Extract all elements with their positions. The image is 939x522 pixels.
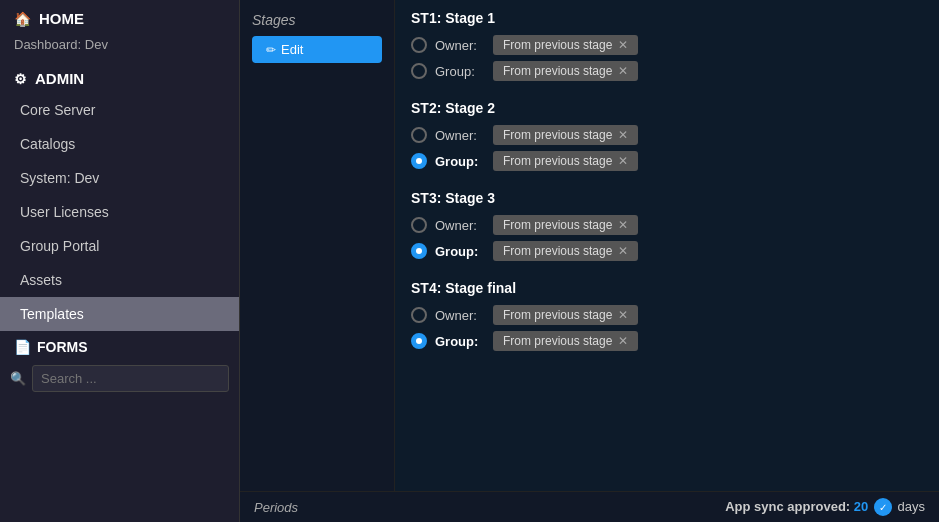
stage-3-group-label: Group: [435,244,485,259]
stage-3-owner-label: Owner: [435,218,485,233]
stage-1-owner-row: Owner: From previous stage ✕ [411,32,923,58]
sidebar-item-catalogs[interactable]: Catalogs [0,127,239,161]
stage-1-group-row: Group: From previous stage ✕ [411,58,923,84]
main-content: Stages ✏ Edit ST1: Stage 1 Owner: From p… [240,0,939,522]
stage-2-group-radio[interactable] [411,153,427,169]
bottom-bar: Periods App sync approved: 20 ✓ days [240,491,939,522]
stage-block-1: ST1: Stage 1 Owner: From previous stage … [411,10,923,84]
stage-2-group-tag: From previous stage ✕ [493,151,638,171]
stage-4-owner-row: Owner: From previous stage ✕ [411,302,923,328]
stage-2-owner-radio[interactable] [411,127,427,143]
stage-1-group-radio[interactable] [411,63,427,79]
stage-block-3: ST3: Stage 3 Owner: From previous stage … [411,190,923,264]
admin-section-header: ⚙ ADMIN [0,60,239,93]
stage-1-owner-tag: From previous stage ✕ [493,35,638,55]
sidebar-item-group-portal[interactable]: Group Portal [0,229,239,263]
stage-2-owner-tag: From previous stage ✕ [493,125,638,145]
stage-2-title: ST2: Stage 2 [411,100,923,116]
stage-1-title: ST1: Stage 1 [411,10,923,26]
stage-4-owner-tag: From previous stage ✕ [493,305,638,325]
stage-3-owner-close[interactable]: ✕ [618,218,628,232]
doc-icon: 📄 [14,339,31,355]
stage-3-title: ST3: Stage 3 [411,190,923,206]
sidebar-item-templates[interactable]: Templates [0,297,239,331]
app-sync-text: App sync approved: 20 ✓ days [725,498,925,516]
stage-block-2: ST2: Stage 2 Owner: From previous stage … [411,100,923,174]
stage-2-group-close[interactable]: ✕ [618,154,628,168]
stage-4-group-row: Group: From previous stage ✕ [411,328,923,354]
dashboard-label: Dashboard: Dev [0,33,239,60]
periods-label: Periods [254,500,298,515]
stage-2-owner-label: Owner: [435,128,485,143]
stage-4-title: ST4: Stage final [411,280,923,296]
stage-3-owner-tag: From previous stage ✕ [493,215,638,235]
edit-button[interactable]: ✏ Edit [252,36,382,63]
stage-3-owner-row: Owner: From previous stage ✕ [411,212,923,238]
stage-2-owner-row: Owner: From previous stage ✕ [411,122,923,148]
forms-section-header: 📄 FORMS [0,331,239,359]
stages-detail: ST1: Stage 1 Owner: From previous stage … [395,0,939,491]
stage-2-group-row: Group: From previous stage ✕ [411,148,923,174]
stage-1-group-close[interactable]: ✕ [618,64,628,78]
stage-4-group-tag: From previous stage ✕ [493,331,638,351]
stage-4-owner-radio[interactable] [411,307,427,323]
home-section-header: 🏠 HOME [0,0,239,33]
stage-1-owner-close[interactable]: ✕ [618,38,628,52]
stage-3-owner-radio[interactable] [411,217,427,233]
pencil-icon: ✏ [266,43,276,57]
stage-2-group-label: Group: [435,154,485,169]
stages-label: Stages [240,8,394,34]
sidebar-item-user-licenses[interactable]: User Licenses [0,195,239,229]
search-input[interactable] [32,365,229,392]
stage-3-group-row: Group: From previous stage ✕ [411,238,923,264]
stage-1-group-tag: From previous stage ✕ [493,61,638,81]
sidebar-item-assets[interactable]: Assets [0,263,239,297]
stage-1-owner-label: Owner: [435,38,485,53]
stage-4-group-radio[interactable] [411,333,427,349]
gear-icon: ⚙ [14,71,27,87]
stage-4-group-label: Group: [435,334,485,349]
stage-3-group-radio[interactable] [411,243,427,259]
stage-3-group-close[interactable]: ✕ [618,244,628,258]
sidebar: 🏠 HOME Dashboard: Dev ⚙ ADMIN Core Serve… [0,0,240,522]
home-icon: 🏠 [14,11,31,27]
search-icon: 🔍 [10,371,26,386]
stages-panel: Stages ✏ Edit [240,0,395,491]
sidebar-item-system-dev[interactable]: System: Dev [0,161,239,195]
stage-4-owner-label: Owner: [435,308,485,323]
content-body: Stages ✏ Edit ST1: Stage 1 Owner: From p… [240,0,939,491]
stage-3-group-tag: From previous stage ✕ [493,241,638,261]
stage-2-owner-close[interactable]: ✕ [618,128,628,142]
stage-1-group-label: Group: [435,64,485,79]
stage-4-owner-close[interactable]: ✕ [618,308,628,322]
sidebar-item-core-server[interactable]: Core Server [0,93,239,127]
stage-block-4: ST4: Stage final Owner: From previous st… [411,280,923,354]
stage-4-group-close[interactable]: ✕ [618,334,628,348]
search-container: 🔍 [0,359,239,398]
sync-icon: ✓ [874,498,892,516]
stage-1-owner-radio[interactable] [411,37,427,53]
